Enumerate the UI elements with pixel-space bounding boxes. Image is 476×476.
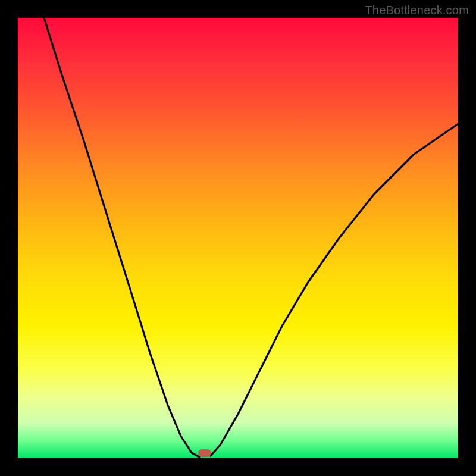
optimal-point-marker xyxy=(198,449,211,457)
chart-frame: TheBottleneck.com xyxy=(0,0,476,476)
curve-left-branch xyxy=(44,18,199,457)
watermark-text: TheBottleneck.com xyxy=(365,4,469,17)
bottleneck-curve xyxy=(18,18,458,458)
plot-area xyxy=(18,18,458,458)
curve-right-branch xyxy=(211,124,458,456)
